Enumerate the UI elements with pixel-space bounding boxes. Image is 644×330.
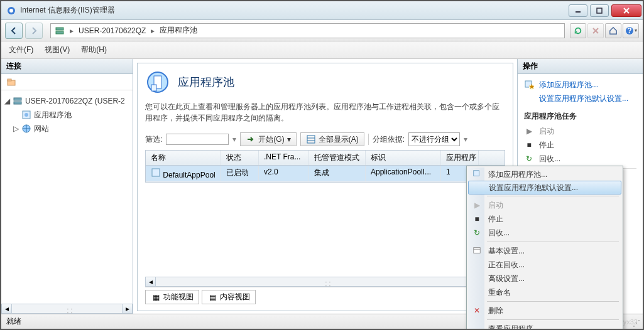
left-scrollbar[interactable]: ◂⸬▸ [1,304,133,314]
sites-icon [21,124,31,134]
menu-view[interactable]: 视图(V) [45,45,70,55]
content-icon: ▤ [207,292,217,302]
col-name[interactable]: 名称 [146,151,221,165]
server-icon [13,96,23,106]
separator [487,242,619,242]
svg-point-17 [25,113,28,117]
forward-button[interactable] [25,23,43,39]
groupby-label: 分组依据: [373,134,405,145]
action-recycle[interactable]: ↻回收... [524,152,636,166]
ctx-stop[interactable]: ■停止 [468,212,621,226]
breadcrumb-node[interactable]: USER-20170622QZ [79,26,146,35]
svg-rect-7 [56,31,63,34]
stop-nav-button[interactable] [587,23,604,38]
maximize-button[interactable] [590,4,609,17]
svg-rect-3 [597,8,602,13]
ctx-viewapps[interactable]: 查看应用程序 [468,322,621,330]
titlebar[interactable]: Internet 信息服务(IIS)管理器 [1,1,643,20]
tree-apppools-node[interactable]: 应用程序池 [4,108,130,122]
svg-rect-14 [14,98,21,100]
tree-apppools-label: 应用程序池 [34,109,72,121]
groupby-select[interactable]: 不进行分组 [408,132,460,146]
tree-server-node[interactable]: ◢ USER-20170622QZ (USER-2 [4,94,130,108]
svg-rect-29 [474,170,479,176]
tree-sites-label: 网站 [34,122,49,135]
ctx-delete[interactable]: ✕删除 [468,304,621,317]
svg-rect-15 [14,102,21,104]
window-title: Internet 信息服务(IIS)管理器 [20,5,567,16]
col-state[interactable]: 状态 [221,151,259,165]
ctx-advanced[interactable]: 高级设置... [468,272,621,285]
tab-features[interactable]: ▦功能视图 [145,290,199,304]
page-description: 您可以在此页上查看和管理服务器上的应用程序池列表。应用程序池与工作进程相关联，包… [145,101,505,124]
svg-rect-25 [152,169,160,176]
back-button[interactable] [5,23,23,39]
status-text: 就绪 [6,316,21,327]
home-button[interactable] [605,23,621,38]
recycle-icon: ↻ [472,228,482,237]
refresh-button[interactable] [570,23,586,38]
features-icon: ▦ [151,292,161,302]
filter-label: 筛选: [145,134,162,145]
ctx-add[interactable]: 添加应用程序池... [468,168,621,181]
svg-rect-22 [307,136,315,143]
close-button[interactable] [611,4,641,17]
add-icon [472,169,482,180]
breadcrumb-page[interactable]: 应用程序池 [160,25,197,36]
help-button[interactable]: ?▾ [623,23,639,38]
chevron-right-icon: ▸ [70,26,74,35]
svg-rect-13 [8,79,11,81]
resize-grip[interactable]: ⋰ [633,319,640,327]
go-button[interactable]: 开始(G) ▾ [240,132,296,146]
filter-input[interactable] [166,134,229,145]
stop-icon: ■ [524,140,534,150]
col-net[interactable]: .NET Fra... [259,151,309,165]
col-apps[interactable]: 应用程序 [441,151,479,165]
add-icon: ★ [524,80,534,90]
col-pipe[interactable]: 托管管道模式 [309,151,366,165]
connections-pane: 连接 ◢ USER-20170622QZ (USER-2 应用程序池 ▷ 网站 … [1,59,133,314]
apppool-grid: 名称 状态 .NET Fra... 托管管道模式 标识 应用程序 Default… [145,150,505,183]
svg-point-1 [9,9,13,13]
filter-bar: 筛选: ▾ 开始(G) ▾ 全部显示(A) 分组依据: 不进行分组 ▾ [145,132,505,146]
chevron-right-icon: ▸ [151,26,155,35]
tree-server-label: USER-20170622QZ (USER-2 [25,95,125,107]
actions-header: 操作 [518,59,643,74]
grid-scrollbar[interactable]: ◂⸬▸ [145,277,505,287]
ctx-rename[interactable]: 重命名 [468,285,621,299]
separator [487,196,619,196]
app-icon [6,6,16,16]
collapse-icon[interactable]: ◢ [4,95,10,107]
separator [487,319,619,320]
menu-file[interactable]: 文件(F) [9,45,33,55]
play-icon: ▶ [524,126,534,136]
minimize-button[interactable] [569,4,587,17]
tree-sites-node[interactable]: ▷ 网站 [4,122,130,136]
svg-rect-30 [474,247,481,253]
menu-help[interactable]: 帮助(H) [81,45,107,55]
grid-header[interactable]: 名称 状态 .NET Fra... 托管管道模式 标识 应用程序 [146,151,505,166]
action-stop[interactable]: ■停止 [524,138,636,152]
connections-tree: ◢ USER-20170622QZ (USER-2 应用程序池 ▷ 网站 [1,90,133,139]
svg-text:★: ★ [528,82,535,90]
ctx-recycle[interactable]: ↻回收... [468,226,621,240]
apppool-page-icon [145,70,170,95]
ctx-start: ▶启动 [468,198,621,212]
ctx-defaults[interactable]: 设置应用程序池默认设置... [468,181,621,194]
separator [487,301,619,302]
breadcrumb[interactable]: ▸ USER-20170622QZ ▸ 应用程序池 [50,23,565,38]
col-id[interactable]: 标识 [366,151,441,165]
showall-button[interactable]: 全部显示(A) [300,132,364,146]
grid-row[interactable]: DefaultAppPool 已启动 v2.0 集成 ApplicationPo… [146,166,505,182]
tab-content[interactable]: ▤内容视图 [202,290,256,304]
action-defaults[interactable]: 设置应用程序池默认设置... [524,92,636,105]
connect-icon[interactable] [5,76,19,88]
go-icon [246,134,256,144]
menubar: 文件(F) 视图(V) 帮助(H) [1,41,643,59]
ctx-recycling[interactable]: 正在回收... [468,258,621,272]
action-add[interactable]: ★添加应用程序池... [524,78,636,92]
play-icon: ▶ [472,201,482,210]
expand-icon[interactable]: ▷ [13,122,19,135]
navbar: ▸ USER-20170622QZ ▸ 应用程序池 ?▾ [1,20,643,41]
ctx-basic[interactable]: 基本设置... [468,244,621,258]
